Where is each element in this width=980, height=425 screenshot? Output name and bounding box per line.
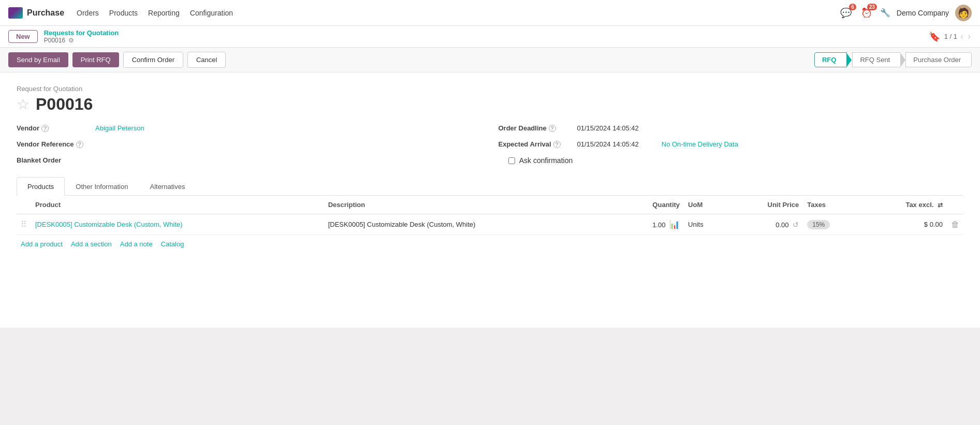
chat-notification[interactable]: 💬 6 (839, 6, 853, 20)
nav-products[interactable]: Products (109, 7, 138, 19)
col-tax-excl: Tax excl. ⇄ (861, 196, 947, 214)
record-settings-icon[interactable]: ⚙ (68, 37, 74, 44)
col-drag (17, 196, 31, 214)
favorite-star-icon[interactable]: ☆ (17, 96, 30, 113)
col-actions (947, 196, 963, 214)
fields-right: Order Deadline ? 01/15/2024 14:05:42 Exp… (499, 124, 964, 165)
form-subtitle: Request for Quotation (17, 85, 963, 93)
blanket-order-field: Blanket Order (17, 156, 482, 164)
vendor-ref-help-icon[interactable]: ? (76, 141, 83, 148)
breadcrumb-parent[interactable]: Requests for Quotation (44, 29, 119, 37)
expected-arrival-value[interactable]: 01/15/2024 14:05:42 (577, 140, 639, 148)
company-name: Demo Company (897, 9, 949, 17)
order-deadline-field: Order Deadline ? 01/15/2024 14:05:42 (499, 124, 964, 132)
col-uom: UoM (684, 196, 728, 214)
order-deadline-label: Order Deadline ? (499, 124, 571, 132)
next-button[interactable]: › (967, 30, 972, 43)
tab-other-information[interactable]: Other Information (65, 177, 139, 196)
ask-confirmation-text: Ask confirmation (519, 156, 573, 165)
table-actions: Add a product Add a section Add a note C… (17, 235, 963, 253)
main-content: Request for Quotation ☆ P00016 Vendor ? … (0, 72, 980, 266)
settings-icon[interactable]: 🔧 (880, 8, 890, 18)
fields-left: Vendor ? Abigail Peterson Vendor Referen… (17, 124, 482, 165)
app-logo[interactable]: Purchase (8, 7, 64, 19)
arrow-right-1 (846, 53, 852, 67)
row-description[interactable]: [DESK0005] Customizable Desk (Custom, Wh… (324, 214, 617, 235)
chat-badge: 6 (849, 4, 856, 10)
row-drag-handle[interactable]: ⠿ (17, 214, 31, 235)
status-purchase-order[interactable]: Purchase Order (905, 52, 972, 67)
row-quantity[interactable]: 1.00 📊 (617, 214, 684, 235)
prev-button[interactable]: ‹ (959, 30, 964, 43)
ask-confirmation-checkbox-row: Ask confirmation (508, 156, 573, 165)
row-product[interactable]: [DESK0005] Customizable Desk (Custom, Wh… (31, 214, 324, 235)
order-deadline-help-icon[interactable]: ? (549, 125, 556, 132)
form-record-id: P00016 (36, 95, 93, 114)
logo-icon (8, 7, 23, 19)
status-rfq-sent-label: RFQ Sent (860, 56, 890, 64)
clock-notification[interactable]: ⏰ 23 (859, 6, 874, 20)
cancel-button[interactable]: Cancel (187, 52, 226, 68)
row-tax-excl: $ 0.00 (861, 214, 947, 235)
bookmark-icon[interactable]: 🔖 (929, 31, 940, 42)
row-uom[interactable]: Units (684, 214, 728, 235)
forecast-icon[interactable]: 📊 (669, 220, 680, 229)
col-quantity: Quantity (617, 196, 684, 214)
page-counter: 1 / 1 (944, 33, 957, 40)
page-navigation: 1 / 1 ‹ › (944, 30, 972, 43)
status-rfq-sent[interactable]: RFQ Sent (852, 52, 900, 67)
product-name: [DESK0005] Customizable Desk (Custom, Wh… (35, 221, 183, 228)
tab-products[interactable]: Products (17, 177, 65, 196)
expected-arrival-help-icon[interactable]: ? (553, 141, 561, 148)
col-product: Product (31, 196, 324, 214)
tabs: Products Other Information Alternatives (17, 177, 963, 196)
add-product-link[interactable]: Add a product (21, 240, 63, 248)
breadcrumb-right: 🔖 1 / 1 ‹ › (929, 30, 972, 43)
vendor-value[interactable]: Abigail Peterson (95, 124, 144, 132)
breadcrumb-sub: P00016 ⚙ (44, 37, 119, 44)
row-unit-price[interactable]: 0.00 ↺ (728, 214, 803, 235)
order-deadline-value[interactable]: 01/15/2024 14:05:42 (577, 124, 639, 132)
tab-alternatives[interactable]: Alternatives (139, 177, 196, 196)
form-header: Request for Quotation ☆ P00016 (17, 85, 963, 114)
breadcrumb: Requests for Quotation P00016 ⚙ (44, 29, 119, 44)
ask-confirmation-checkbox[interactable] (508, 157, 515, 164)
confirm-order-button[interactable]: Confirm Order (123, 52, 183, 68)
app-name: Purchase (27, 8, 64, 18)
send-email-button[interactable]: Send by Email (8, 52, 68, 67)
catalog-link[interactable]: Catalog (161, 240, 184, 248)
add-note-link[interactable]: Add a note (120, 240, 153, 248)
vendor-ref-label: Vendor Reference ? (17, 140, 89, 148)
row-delete[interactable]: 🗑 (947, 214, 963, 235)
vendor-help-icon[interactable]: ? (41, 125, 49, 132)
reset-price-icon[interactable]: ↺ (793, 221, 799, 229)
table-row: ⠿ [DESK0005] Customizable Desk (Custom, … (17, 214, 963, 235)
expected-arrival-field: Expected Arrival ? 01/15/2024 14:05:42 N… (499, 140, 964, 148)
nav-orders[interactable]: Orders (77, 7, 99, 19)
drag-handle-icon: ⠿ (21, 220, 27, 229)
fields-grid: Vendor ? Abigail Peterson Vendor Referen… (17, 124, 963, 165)
no-ontime-delivery[interactable]: No On-time Delivery Data (662, 140, 738, 148)
arrow-right-2 (900, 53, 905, 67)
expected-arrival-label: Expected Arrival ? (499, 140, 571, 148)
col-settings-icon[interactable]: ⇄ (938, 201, 943, 209)
row-taxes[interactable]: 15% (803, 214, 861, 235)
new-button[interactable]: New (8, 30, 38, 43)
breadcrumb-bar: New Requests for Quotation P00016 ⚙ 🔖 1 … (0, 26, 980, 48)
form-title-row: ☆ P00016 (17, 95, 963, 114)
action-bar: Send by Email Print RFQ Confirm Order Ca… (0, 48, 980, 72)
top-right-actions: 💬 6 ⏰ 23 🔧 Demo Company 🧑 (839, 5, 972, 21)
add-section-link[interactable]: Add a section (71, 240, 112, 248)
delete-row-icon[interactable]: 🗑 (951, 220, 959, 229)
breadcrumb-record-id: P00016 (44, 37, 65, 44)
vendor-field: Vendor ? Abigail Peterson (17, 124, 482, 132)
status-rfq-label: RFQ (822, 56, 836, 64)
status-rfq[interactable]: RFQ (814, 52, 847, 67)
nav-menu: Orders Products Reporting Configuration (77, 7, 826, 19)
avatar[interactable]: 🧑 (955, 5, 972, 21)
ask-confirmation-field: x Ask confirmation (499, 156, 964, 165)
blanket-order-label: Blanket Order (17, 156, 89, 164)
print-rfq-button[interactable]: Print RFQ (72, 52, 119, 67)
nav-configuration[interactable]: Configuration (190, 7, 233, 19)
nav-reporting[interactable]: Reporting (148, 7, 180, 19)
